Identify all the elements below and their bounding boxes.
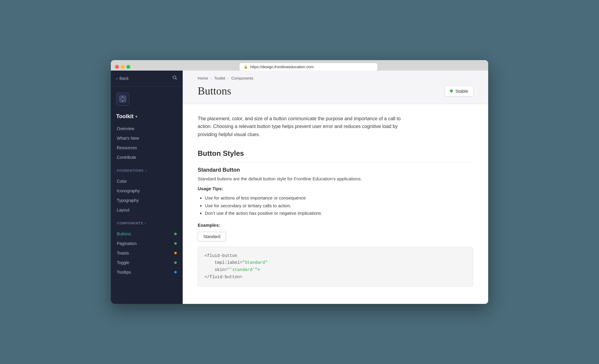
sidebar-item-resources[interactable]: Resources [111, 143, 183, 153]
sidebar-item-label: Contribute [117, 155, 136, 160]
sidebar-item-label: Overview [117, 126, 134, 131]
stable-badge: Stable [445, 86, 473, 96]
sidebar-item-tooltips[interactable]: Tooltips [111, 267, 183, 277]
sidebar-item-overview[interactable]: Overview [111, 124, 183, 133]
stable-label: Stable [455, 89, 468, 94]
example-standard-button[interactable]: Standard [198, 232, 226, 241]
browser-controls: 🔒 https://design.frontlineeducation.com [115, 63, 484, 71]
sidebar-top: ‹ Back [111, 71, 183, 86]
search-button[interactable] [173, 75, 177, 81]
tip-2: Use for secondary or tertiary calls to a… [205, 202, 473, 210]
intro-text: The placement, color, and size of a butt… [198, 115, 401, 138]
sidebar-item-label: Color [117, 179, 127, 184]
svg-line-1 [176, 79, 177, 80]
traffic-lights [115, 65, 130, 69]
pagination-status-dot [174, 242, 177, 245]
sidebar-item-label: Buttons [117, 232, 131, 236]
stable-dot [450, 89, 453, 92]
foundations-section-label: FOUNDATIONS ▪ [111, 165, 183, 174]
breadcrumb-home[interactable]: Home [198, 76, 208, 80]
page-title-row: Buttons Stable [198, 85, 473, 97]
sidebar-item-label: Typography [117, 198, 139, 203]
tooltips-status-dot [174, 271, 177, 273]
page-title: Buttons [198, 85, 231, 97]
sidebar-item-color[interactable]: Color [111, 176, 183, 186]
examples-label: Examples: [198, 223, 473, 228]
sidebar-item-label: Toggle [117, 260, 129, 265]
sidebar-item-label: Pagination [117, 241, 137, 246]
breadcrumb-components[interactable]: Components [231, 76, 253, 80]
lock-icon: 🔒 [244, 65, 248, 69]
sidebar-item-label: Tooltips [117, 270, 131, 275]
components-collapse-icon[interactable]: ▪ [145, 222, 146, 225]
back-label: Back [120, 76, 129, 81]
section-title: Button Styles [198, 149, 473, 162]
traffic-light-close[interactable] [115, 65, 119, 69]
sidebar-foundations-nav: Color Iconography Typography Layout [111, 174, 183, 217]
main-content: Home › Toolkit › Components Buttons Stab… [183, 71, 488, 304]
browser-chrome: 🔒 https://design.frontlineeducation.com [111, 60, 488, 71]
sidebar-item-label: Iconography [117, 188, 140, 193]
components-section-label: COMPONENTS ▪ [111, 217, 183, 227]
browser-content: ‹ Back [111, 71, 488, 304]
tips-list: Use for actions of less importance or co… [198, 194, 473, 217]
sidebar-top-nav: Overview What's New Resources Contribute [111, 121, 183, 165]
code-block: <fluid-button tmpl:label="Standard" skin… [198, 247, 473, 287]
sidebar-item-contribute[interactable]: Contribute [111, 153, 183, 162]
toasts-status-dot [174, 252, 177, 254]
sidebar-item-toggle[interactable]: Toggle [111, 258, 183, 267]
subsection-title: Standard Button [198, 167, 473, 173]
page-header: Home › Toolkit › Components Buttons Stab… [183, 71, 488, 104]
toolkit-label: Toolkit [116, 113, 134, 120]
breadcrumb-sep-1: › [211, 76, 212, 80]
address-bar[interactable]: 🔒 https://design.frontlineeducation.com [240, 63, 377, 71]
sidebar-item-pagination[interactable]: Pagination [111, 239, 183, 248]
sidebar-item-label: What's New [117, 136, 139, 141]
traffic-light-maximize[interactable] [126, 65, 130, 69]
address-bar-wrapper: 🔒 https://design.frontlineeducation.com [133, 63, 484, 71]
sidebar-item-label: Resources [117, 145, 137, 150]
sidebar-item-typography[interactable]: Typography [111, 196, 183, 205]
sidebar-item-toasts[interactable]: Toasts [111, 248, 183, 258]
tip-3: Don't use if the action has positive or … [205, 209, 473, 217]
sidebar-item-whats-new[interactable]: What's New [111, 133, 183, 143]
sidebar: ‹ Back [111, 71, 183, 304]
sidebar-item-buttons[interactable]: Buttons [111, 229, 183, 239]
logo-area [111, 86, 183, 109]
foundations-label: FOUNDATIONS [117, 169, 144, 172]
breadcrumb: Home › Toolkit › Components [198, 76, 473, 80]
toolkit-heading[interactable]: Toolkit ▾ [111, 109, 183, 121]
breadcrumb-toolkit[interactable]: Toolkit [214, 76, 225, 80]
back-link[interactable]: ‹ Back [116, 76, 129, 81]
toggle-status-dot [174, 261, 177, 264]
back-chevron-icon: ‹ [116, 76, 118, 81]
url-text: https://design.frontlineeducation.com [250, 65, 314, 69]
sidebar-item-label: Toasts [117, 251, 129, 255]
sidebar-item-iconography[interactable]: Iconography [111, 186, 183, 196]
subsection-desc: Standard buttons are the default button … [198, 176, 473, 181]
page-body: The placement, color, and size of a butt… [183, 104, 488, 297]
toolkit-chevron-icon: ▾ [135, 115, 137, 119]
sidebar-item-layout[interactable]: Layout [111, 205, 183, 215]
sidebar-components-nav: Buttons Pagination Toasts Toggle Tooltip… [111, 227, 183, 279]
components-label: COMPONENTS [117, 221, 143, 225]
tip-1: Use for actions of less importance or co… [205, 194, 473, 202]
sidebar-item-label: Layout [117, 208, 129, 212]
traffic-light-minimize[interactable] [121, 65, 125, 69]
buttons-status-dot [174, 233, 177, 235]
usage-tips-label: Usage Tips: [198, 186, 473, 191]
browser-window: 🔒 https://design.frontlineeducation.com … [111, 60, 488, 304]
breadcrumb-sep-2: › [228, 76, 229, 80]
logo-icon [116, 92, 129, 106]
foundations-collapse-icon[interactable]: ▪ [146, 169, 147, 172]
